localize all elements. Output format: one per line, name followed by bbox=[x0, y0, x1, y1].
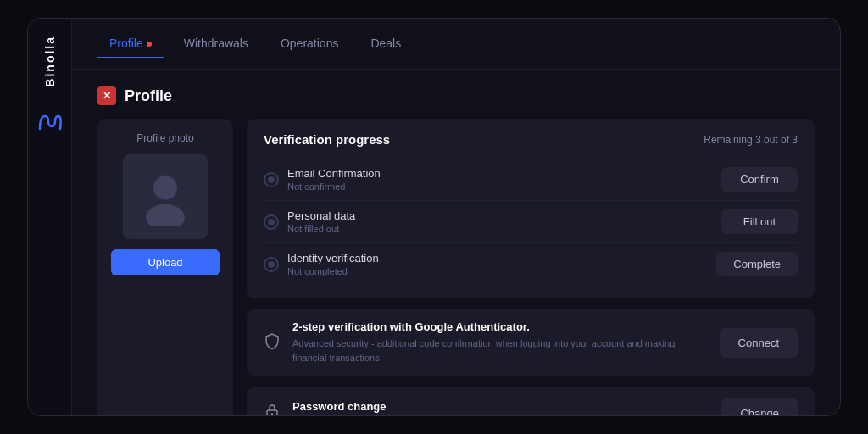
verification-item-email: Email Confirmation Not confirmed Confirm bbox=[264, 159, 798, 201]
verification-header: Verification progress Remaining 3 out of… bbox=[264, 132, 798, 147]
svg-point-0 bbox=[153, 176, 177, 200]
item-left-email: Email Confirmation Not confirmed bbox=[264, 167, 381, 192]
complete-button[interactable]: Complete bbox=[716, 252, 798, 276]
tab-profile[interactable]: Profile bbox=[97, 30, 164, 58]
lock-icon bbox=[264, 403, 281, 415]
item-status-email: Not confirmed bbox=[287, 181, 381, 192]
item-info-identity: Identity verification Not completed bbox=[287, 252, 379, 276]
section-header-icon: ✕ bbox=[97, 86, 116, 105]
twostep-info: 2-step verification with Google Authenti… bbox=[292, 320, 708, 364]
twostep-desc: Advanced security - additional code conf… bbox=[292, 337, 708, 364]
item-name-identity: Identity verification bbox=[287, 252, 379, 264]
item-status-identity: Not completed bbox=[287, 266, 379, 276]
verification-title: Verification progress bbox=[264, 132, 390, 147]
tab-dot-profile bbox=[147, 42, 152, 47]
sidebar-logo: Binolla bbox=[43, 36, 57, 87]
section-header: ✕ Profile bbox=[97, 86, 815, 105]
password-card: Password change We recommend changing yo… bbox=[247, 387, 815, 415]
item-info-email: Email Confirmation Not confirmed bbox=[287, 167, 381, 192]
section-title: Profile bbox=[125, 87, 172, 105]
item-name-personal: Personal data bbox=[287, 209, 355, 222]
tab-deals[interactable]: Deals bbox=[359, 30, 413, 58]
item-circle-email bbox=[264, 172, 279, 187]
confirm-email-button[interactable]: Confirm bbox=[721, 167, 798, 192]
verification-item-personal: Personal data Not filled out Fill out bbox=[264, 201, 798, 243]
avatar bbox=[123, 154, 208, 239]
avatar-placeholder-icon bbox=[136, 167, 195, 226]
item-left-identity: Identity verification Not completed bbox=[264, 252, 379, 276]
tab-operations[interactable]: Operations bbox=[269, 30, 350, 58]
upload-photo-button[interactable]: Upload bbox=[111, 249, 220, 275]
remaining-text: Remaining 3 out of 3 bbox=[704, 134, 798, 146]
password-info: Password change We recommend changing yo… bbox=[292, 400, 709, 415]
twostep-card: 2-step verification with Google Authenti… bbox=[247, 309, 815, 376]
app-container: Binolla Profile Withdrawals Operations D… bbox=[27, 18, 841, 416]
item-left-personal: Personal data Not filled out bbox=[264, 209, 355, 234]
svg-point-1 bbox=[146, 204, 185, 226]
shield-icon bbox=[264, 332, 281, 353]
connect-button[interactable]: Connect bbox=[720, 328, 798, 358]
tab-withdrawals[interactable]: Withdrawals bbox=[172, 30, 260, 58]
main-content: Profile Withdrawals Operations Deals ✕ P… bbox=[72, 19, 840, 415]
photo-card: Profile photo Upload bbox=[97, 119, 233, 415]
item-circle-identity bbox=[264, 257, 279, 272]
password-title: Password change bbox=[292, 400, 709, 413]
item-info-personal: Personal data Not filled out bbox=[287, 209, 355, 234]
sidebar: Binolla bbox=[28, 19, 72, 415]
verification-item-identity: Identity verification Not completed Comp… bbox=[264, 243, 798, 285]
item-name-email: Email Confirmation bbox=[287, 167, 381, 180]
verification-items: Email Confirmation Not confirmed Confirm bbox=[264, 159, 798, 285]
twostep-title: 2-step verification with Google Authenti… bbox=[292, 320, 708, 333]
photo-label: Profile photo bbox=[136, 132, 193, 144]
page-content: ✕ Profile Profile photo Upload bbox=[72, 70, 840, 415]
tabs-bar: Profile Withdrawals Operations Deals bbox=[72, 19, 840, 70]
svg-point-3 bbox=[271, 413, 273, 415]
right-column: Verification progress Remaining 3 out of… bbox=[247, 119, 815, 415]
item-status-personal: Not filled out bbox=[287, 224, 355, 234]
fill-out-button[interactable]: Fill out bbox=[721, 209, 798, 234]
change-password-button[interactable]: Change bbox=[721, 398, 798, 415]
content-grid: Profile photo Upload Verification p bbox=[97, 119, 815, 415]
item-circle-personal bbox=[264, 214, 279, 230]
verification-card: Verification progress Remaining 3 out of… bbox=[247, 119, 815, 298]
sidebar-brand-icon bbox=[38, 113, 62, 136]
